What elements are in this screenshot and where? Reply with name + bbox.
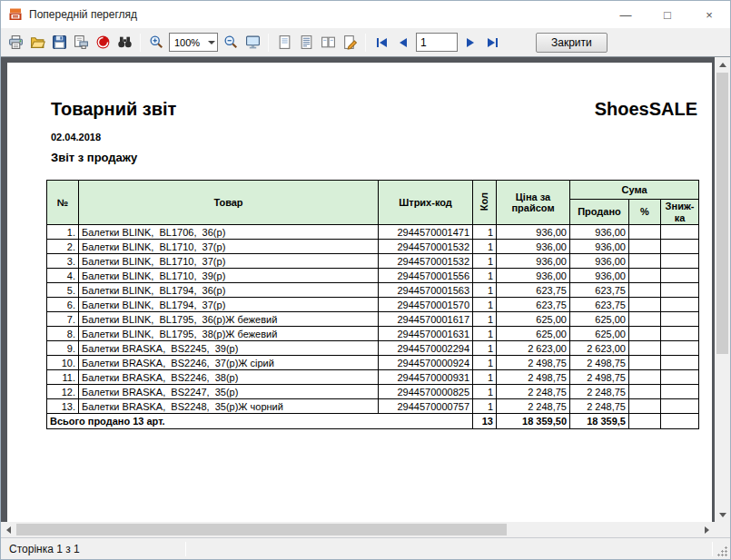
page-text-button[interactable]: [295, 32, 317, 54]
toolbar: 100%: [1, 28, 730, 56]
scroll-up-button[interactable]: [715, 57, 730, 73]
two-pages-button[interactable]: [317, 32, 339, 54]
cell-disc: [661, 225, 699, 240]
scroll-down-button[interactable]: [715, 507, 730, 523]
print-button[interactable]: [5, 32, 26, 54]
cell-pct: [629, 240, 661, 254]
report-title: Товарний звіт: [51, 99, 176, 120]
close-preview-button[interactable]: Закрити: [536, 33, 608, 53]
toolbar-separator: [268, 34, 269, 52]
cell-product: Балетки BLINK, BL1795, 38(р)Ж бежевий: [79, 327, 379, 341]
cell-price: 623,75: [497, 283, 570, 298]
cell-disc: [661, 254, 699, 269]
cell-barcode: 2944570001631: [379, 327, 473, 341]
cell-pct: [629, 341, 661, 356]
cell-n: 1.: [47, 225, 79, 240]
cell-product: Балетки BRASKA, BS2246, 37(р)Ж сірий: [79, 356, 379, 370]
cell-sold: 936,00: [570, 269, 629, 283]
cell-qty: 1: [473, 283, 497, 298]
total-sold: 18 359,5: [570, 414, 629, 429]
cell-disc: [661, 385, 699, 399]
total-price: 18 359,50: [497, 414, 570, 429]
chevron-down-icon: [208, 41, 215, 44]
table-row: 5.Балетки BLINK, BL1794, 36(р)2944570001…: [47, 283, 699, 298]
page-number-input[interactable]: [416, 33, 458, 52]
prev-page-button[interactable]: [392, 32, 414, 54]
find-button[interactable]: [114, 32, 135, 54]
cell-qty: 1: [473, 298, 497, 312]
cell-barcode: 2944570001556: [379, 269, 473, 283]
maximize-button[interactable]: □: [647, 1, 688, 28]
print-setup-button[interactable]: [70, 32, 92, 54]
next-page-icon: [467, 38, 474, 47]
titlebar[interactable]: Попередній перегляд — □ ×: [1, 1, 730, 28]
cell-price: 2 248,75: [497, 385, 570, 399]
cell-pct: [629, 283, 661, 298]
cell-qty: 1: [473, 327, 497, 341]
report-brand: ShoesSALE: [595, 99, 697, 120]
vertical-scroll-thumb[interactable]: [716, 73, 728, 354]
cell-barcode: 2944570000757: [379, 399, 473, 414]
cell-price: 2 248,75: [497, 399, 570, 414]
zoom-value: 100%: [174, 37, 200, 48]
cell-price: 936,00: [497, 225, 570, 240]
scroll-left-button[interactable]: [1, 522, 16, 537]
horizontal-scroll-thumb[interactable]: [16, 524, 507, 535]
cell-n: 5.: [47, 283, 79, 298]
cell-n: 4.: [47, 269, 79, 283]
cell-n: 12.: [47, 385, 79, 399]
save-button[interactable]: [48, 32, 70, 54]
page-setup-icon: [277, 34, 292, 50]
cell-qty: 1: [473, 399, 497, 414]
first-page-icon: [377, 38, 379, 47]
close-window-button[interactable]: ×: [688, 1, 730, 28]
cell-product: Балетки BLINK, BL1710, 39(р): [79, 269, 379, 283]
page-setup-button[interactable]: [273, 32, 295, 54]
table-row: 13.Балетки BRASKA, BS2248, 35(р)Ж чорний…: [47, 399, 699, 414]
edit-page-button[interactable]: [339, 32, 361, 54]
minimize-button[interactable]: —: [605, 1, 647, 28]
cell-product: Балетки BLINK, BL1795, 36(р)Ж бежевий: [79, 312, 379, 327]
table-row: 7.Балетки BLINK, BL1795, 36(р)Ж бежевий2…: [47, 312, 699, 327]
last-page-button[interactable]: [481, 32, 503, 54]
cell-sold: 2 498,75: [570, 370, 629, 385]
cell-sold: 2 498,75: [570, 356, 629, 370]
export-pdf-button[interactable]: [92, 32, 114, 54]
table-row: 12.Балетки BRASKA, BS2247, 35(р)29445700…: [47, 385, 699, 399]
cell-disc: [661, 356, 699, 370]
print-icon: [8, 34, 24, 50]
col-discount-header: Зниж- ка: [661, 200, 699, 225]
resize-grip[interactable]: [716, 545, 728, 557]
zoom-out-icon: [223, 34, 239, 50]
cell-qty: 1: [473, 312, 497, 327]
cell-disc: [661, 370, 699, 385]
report-table-body: 1.Балетки BLINK, BL1706, 36(р)2944570001…: [47, 225, 699, 414]
zoom-in-button[interactable]: [145, 32, 167, 54]
report-subtitle: Звіт з продажу: [51, 151, 712, 164]
total-row: Всього продано 13 арт. 13 18 359,50 18 3…: [47, 414, 699, 429]
cell-pct: [629, 399, 661, 414]
horizontal-scrollbar[interactable]: [1, 522, 715, 537]
cell-price: 623,75: [497, 298, 570, 312]
cell-product: Балетки BRASKA, BS2246, 38(р): [79, 370, 379, 385]
cell-qty: 1: [473, 341, 497, 356]
next-page-button[interactable]: [459, 32, 481, 54]
table-row: 10.Балетки BRASKA, BS2246, 37(р)Ж сірий2…: [47, 356, 699, 370]
cell-qty: 1: [473, 370, 497, 385]
cell-product: Балетки BRASKA, BS2245, 39(р): [79, 341, 379, 356]
col-product-header: Товар: [79, 181, 379, 225]
cell-sold: 2 248,75: [570, 399, 629, 414]
binoculars-find-icon: [117, 34, 133, 50]
open-button[interactable]: [26, 32, 48, 54]
cell-product: Балетки BRASKA, BS2248, 35(р)Ж чорний: [79, 399, 379, 414]
zoom-select[interactable]: 100%: [169, 33, 218, 52]
cell-disc: [661, 341, 699, 356]
vertical-scrollbar[interactable]: [715, 57, 730, 523]
cell-barcode: 2944570000931: [379, 370, 473, 385]
first-page-button[interactable]: [370, 32, 392, 54]
zoom-out-button[interactable]: [220, 32, 242, 54]
scroll-right-button[interactable]: [699, 522, 715, 537]
cell-sold: 2 248,75: [570, 385, 629, 399]
full-screen-button[interactable]: [242, 32, 263, 54]
cell-sold: 936,00: [570, 225, 629, 240]
